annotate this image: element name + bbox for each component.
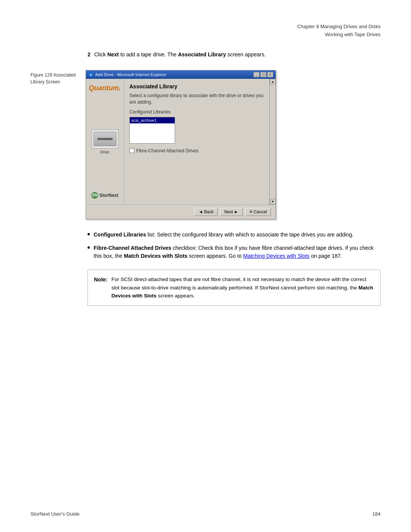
- note-text: For SCSI direct-attached tapes that are …: [112, 276, 366, 291]
- dialog-title: Associated Library: [129, 83, 264, 89]
- bullet-1-text: list: Select the configured library with…: [146, 232, 354, 238]
- drive-slot: [97, 138, 113, 140]
- step-next-label: Next: [107, 51, 119, 58]
- bullet-dot-1: [88, 233, 90, 235]
- back-button[interactable]: ◄ Back: [194, 208, 217, 216]
- step-bold: Associated Library: [178, 51, 226, 58]
- minimize-button[interactable]: _: [253, 72, 260, 77]
- library-item[interactable]: scsi_archive1: [130, 117, 175, 123]
- figure-area: Figure 129 Associated Library Screen e A…: [0, 70, 411, 219]
- drive-body: [94, 132, 116, 146]
- fibre-channel-row[interactable]: Fibre-Channel Attached Drives: [129, 148, 264, 153]
- browser-window: e Add Drive - Microsoft Internet Explore…: [86, 70, 276, 219]
- bullet-text-2: Fibre-Channel Attached Drives checkbox: …: [94, 244, 381, 260]
- configured-libraries-label: Configured Libraries: [129, 109, 264, 115]
- next-button[interactable]: Next ►: [220, 208, 243, 216]
- scrollbar-down-button[interactable]: ▼: [270, 199, 276, 204]
- fibre-channel-label: Fibre-Channel Attached Drives: [136, 148, 198, 153]
- matching-devices-link[interactable]: Matching Devices with Slots: [243, 253, 309, 259]
- footer-left: StorNext User's Guide: [30, 511, 80, 517]
- bullet-dot-2: [88, 246, 90, 249]
- drive-image: [92, 129, 118, 149]
- section-title: Working with Tape Drives: [0, 31, 381, 39]
- stornext-logo: SN StorNext: [91, 192, 118, 199]
- note-row: Note: For SCSI direct-attached tapes tha…: [94, 275, 374, 300]
- browser-titlebar: e Add Drive - Microsoft Internet Explore…: [86, 70, 276, 79]
- drive-image-area: Drive: [92, 129, 118, 154]
- figure-label: Figure 129 Associated Library Screen: [30, 70, 86, 85]
- drive-label: Drive: [92, 150, 118, 154]
- ie-icon: e: [88, 72, 94, 77]
- bullet-section: Configured Libraries list: Select the co…: [0, 231, 411, 260]
- browser-title-text: Add Drive - Microsoft Internet Explorer: [95, 72, 166, 77]
- step-text-before: Click: [94, 51, 107, 58]
- footer-right: 184: [372, 511, 381, 517]
- scrollbar[interactable]: ▲ ▼: [269, 79, 276, 204]
- quantum-logo: Quantum.: [89, 85, 121, 92]
- dialog-description: Select a configured library to associate…: [129, 93, 264, 105]
- left-panel: Quantum. Drive SN StorNext: [86, 79, 124, 204]
- browser-content: Quantum. Drive SN StorNext: [86, 79, 276, 204]
- note-content: For SCSI direct-attached tapes that are …: [112, 275, 374, 300]
- bullet-item-2: Fibre-Channel Attached Drives checkbox: …: [88, 244, 381, 260]
- stornext-icon: SN: [91, 192, 98, 199]
- note-box: Note: For SCSI direct-attached tapes tha…: [88, 270, 381, 306]
- bullet-text-1: Configured Libraries list: Select the co…: [94, 231, 381, 239]
- bullet-2-bold: Fibre-Channel Attached Drives: [94, 245, 171, 251]
- chapter-title: Chapter 8 Managing Drives and Disks: [0, 23, 381, 31]
- browser-controls[interactable]: _ □ ×: [253, 72, 273, 77]
- step-text-end: screen appears.: [226, 51, 266, 58]
- page-footer: StorNext User's Guide 184: [30, 511, 381, 517]
- bullet-1-bold: Configured Libraries: [94, 232, 146, 238]
- bullet-2-text3: on page 187.: [309, 253, 342, 259]
- bullet-item-1: Configured Libraries list: Select the co…: [88, 231, 381, 239]
- cancel-button[interactable]: ✕ Cancel: [245, 208, 271, 216]
- page-header: Chapter 8 Managing Drives and Disks Work…: [0, 23, 411, 39]
- step-text-rest: to add a tape drive. The: [119, 51, 178, 58]
- close-button[interactable]: ×: [267, 72, 273, 77]
- scrollbar-up-button[interactable]: ▲: [270, 79, 276, 85]
- note-text2: screen appears.: [156, 293, 195, 299]
- bullet-2-text2: screen appears. Go to: [188, 253, 243, 259]
- step-number: 2: [88, 51, 91, 58]
- browser-title: e Add Drive - Microsoft Internet Explore…: [88, 72, 166, 77]
- right-panel: Associated Library Select a configured l…: [124, 79, 269, 204]
- library-list[interactable]: scsi_archive1: [129, 117, 175, 144]
- fibre-channel-checkbox[interactable]: [129, 148, 134, 153]
- stornext-label: StorNext: [99, 193, 118, 198]
- step-instruction: 2 Click Next to add a tape drive. The As…: [0, 50, 411, 59]
- bullet-2-bold2: Match Devices with Slots: [124, 253, 187, 259]
- maximize-button[interactable]: □: [260, 72, 266, 77]
- button-bar: ◄ Back Next ► ✕ Cancel: [86, 204, 276, 219]
- note-label: Note:: [94, 275, 108, 284]
